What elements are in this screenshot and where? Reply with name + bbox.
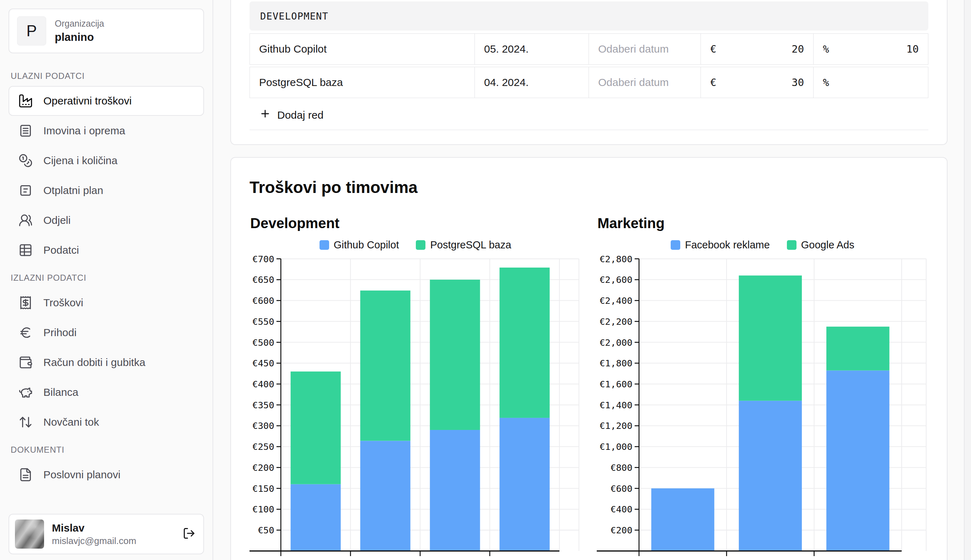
table-row: PostgreSQL baza04. 2024.Odaberi datum€30… — [250, 67, 928, 98]
legend-color-chip — [671, 240, 680, 250]
legend-entry: Facebook reklame — [671, 239, 770, 251]
user-info: Mislav mislavjc@gmail.com — [52, 522, 136, 547]
sidebar-item-label: Operativni troškovi — [43, 95, 132, 107]
sidebar-item-label: Odjeli — [43, 214, 71, 226]
sidebar-item-prihodi[interactable]: Prihodi — [8, 318, 204, 348]
sidebar-item-cijena-i-koli-ina[interactable]: Cijena i količina — [8, 146, 204, 175]
scrollbar-rail[interactable] — [964, 0, 971, 560]
legend-entry: Google Ads — [787, 239, 854, 251]
svg-text:€1,200: €1,200 — [600, 420, 632, 431]
receipt-icon — [18, 296, 33, 310]
sidebar-item-label: Novčani tok — [43, 416, 99, 428]
sidebar-item-label: Cijena i količina — [43, 155, 117, 167]
amount-cell[interactable]: €20 — [701, 33, 814, 65]
table-icon — [18, 243, 33, 257]
building-icon — [18, 124, 33, 138]
table-row: Github Copilot05. 2024.Odaberi datum€20%… — [250, 33, 928, 65]
svg-text:€2,000: €2,000 — [600, 337, 632, 348]
percent-cell[interactable]: % — [814, 67, 928, 98]
svg-text:€600: €600 — [611, 483, 632, 494]
legend-label: PostgreSQL baza — [430, 239, 511, 251]
sidebar-item-label: Imovina i oprema — [43, 125, 125, 137]
add-row-label: Dodaj red — [277, 109, 324, 121]
svg-text:€200: €200 — [252, 462, 274, 473]
percent-symbol: % — [823, 43, 829, 55]
percent-cell[interactable]: %10 — [814, 33, 928, 65]
sidebar-item-odjeli[interactable]: Odjeli — [8, 205, 204, 235]
chart-block-development: DevelopmentGithub CopilotPostgreSQL baza… — [250, 215, 581, 560]
svg-text:€400: €400 — [252, 379, 274, 390]
sidebar-item-poslovni-planovi[interactable]: Poslovni planovi — [8, 460, 204, 490]
end-date-cell[interactable]: Odaberi datum — [589, 67, 701, 98]
svg-text:€800: €800 — [611, 462, 632, 473]
piggy-bank-icon — [18, 385, 33, 399]
sidebar-item-tro-kovi[interactable]: Troškovi — [8, 288, 204, 318]
logout-icon[interactable] — [183, 527, 195, 541]
svg-text:€1,000: €1,000 — [600, 441, 632, 452]
sidebar: P Organizacija planino ULAZNI PODATCIOpe… — [0, 0, 213, 560]
legend-color-chip — [320, 240, 329, 250]
chart-title: Development — [250, 215, 581, 231]
sidebar-item-label: Prihodi — [43, 327, 77, 338]
legend-label: Google Ads — [801, 239, 854, 251]
svg-text:€650: €650 — [252, 274, 274, 285]
sidebar-item-imovina-i-oprema[interactable]: Imovina i oprema — [8, 116, 204, 146]
sidebar-item-label: Bilanca — [43, 386, 78, 398]
svg-text:€2,400: €2,400 — [600, 295, 632, 306]
legend-entry: PostgreSQL baza — [416, 239, 511, 251]
svg-text:€2,200: €2,200 — [600, 316, 632, 327]
svg-text:€400: €400 — [611, 504, 632, 515]
user-avatar — [15, 520, 44, 548]
svg-text:€250: €250 — [252, 441, 274, 452]
organization-avatar: P — [17, 16, 46, 45]
percent-symbol: % — [823, 77, 829, 88]
arrow-up-down-icon — [18, 415, 33, 429]
svg-text:€700: €700 — [252, 254, 274, 264]
sidebar-item-podatci[interactable]: Podatci — [8, 235, 204, 265]
operating-costs-card: DEVELOPMENT Github Copilot05. 2024.Odabe… — [230, 0, 948, 145]
chart-section-title: Troškovi po timovima — [250, 178, 928, 197]
end-date-cell[interactable]: Odaberi datum — [589, 33, 701, 65]
svg-text:€600: €600 — [252, 295, 274, 306]
wallet-icon — [18, 355, 33, 370]
log-out-icon — [183, 527, 195, 540]
sidebar-item-operativni-tro-kovi[interactable]: Operativni troškovi — [8, 86, 204, 116]
sidebar-item-ra-un-dobiti-i-gubitka[interactable]: Račun dobiti i gubitka — [8, 348, 204, 377]
factory-icon — [18, 94, 33, 108]
sidebar-item-label: Poslovni planovi — [43, 469, 120, 481]
svg-text:€350: €350 — [252, 400, 274, 410]
notepad-icon — [18, 183, 33, 198]
amount-cell[interactable]: €30 — [701, 67, 814, 98]
legend-label: Github Copilot — [334, 239, 399, 251]
sidebar-navigation: ULAZNI PODATCIOperativni troškoviImovina… — [8, 53, 204, 490]
users-icon — [18, 213, 33, 227]
start-date-cell[interactable]: 04. 2024. — [475, 67, 589, 98]
svg-text:€1,800: €1,800 — [600, 358, 632, 368]
cost-name-cell[interactable]: PostgreSQL baza — [250, 67, 475, 98]
legend-entry: Github Copilot — [320, 239, 399, 251]
chart-legend: Facebook reklameGoogle Ads — [597, 239, 928, 251]
organization-info: Organizacija planino — [55, 18, 104, 44]
sidebar-item-bilanca[interactable]: Bilanca — [8, 377, 204, 407]
svg-text:€150: €150 — [252, 483, 274, 494]
organization-switcher[interactable]: P Organizacija planino — [8, 8, 204, 53]
legend-color-chip — [416, 240, 425, 250]
user-name: Mislav — [52, 522, 136, 534]
user-card[interactable]: Mislav mislavjc@gmail.com — [8, 514, 204, 554]
svg-text:€1,400: €1,400 — [600, 400, 632, 410]
svg-text:€450: €450 — [252, 358, 274, 368]
sidebar-item-nov-ani-tok[interactable]: Novčani tok — [8, 407, 204, 437]
sidebar-item-otplatni-plan[interactable]: Otplatni plan — [8, 175, 204, 205]
svg-text:€1,600: €1,600 — [600, 379, 632, 390]
sidebar-item-label: Troškovi — [43, 297, 83, 309]
charts-grid: DevelopmentGithub CopilotPostgreSQL baza… — [250, 215, 928, 560]
svg-text:€550: €550 — [252, 316, 274, 327]
plus-icon — [259, 108, 271, 119]
amount-value: 30 — [791, 77, 804, 88]
coins-icon — [18, 153, 33, 168]
start-date-cell[interactable]: 05. 2024. — [475, 33, 589, 65]
svg-text:€50: €50 — [258, 525, 274, 535]
user-email: mislavjc@gmail.com — [52, 535, 136, 547]
add-row-button[interactable]: Dodaj red — [250, 100, 928, 130]
cost-name-cell[interactable]: Github Copilot — [250, 33, 475, 65]
